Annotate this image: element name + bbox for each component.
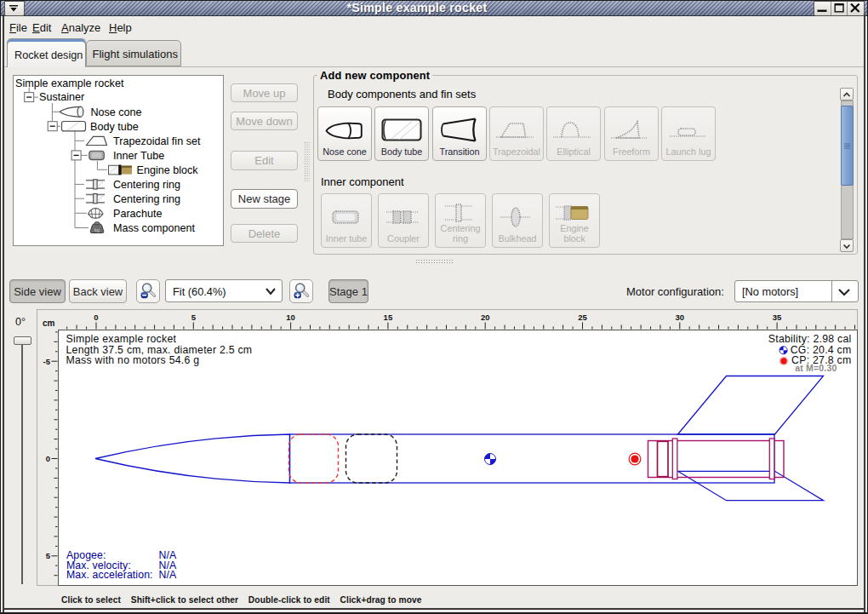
svg-text:Simple example rocket: Simple example rocket [66, 333, 177, 345]
svg-text:Body tube: Body tube [90, 121, 139, 133]
svg-text:cm: cm [43, 318, 55, 328]
svg-text:Max. acceleration:: Max. acceleration: [66, 569, 153, 581]
svg-text:-5: -5 [43, 357, 51, 366]
svg-text:kg: kg [94, 227, 100, 232]
svg-text:Sustainer: Sustainer [39, 91, 84, 103]
svg-text:5: 5 [191, 313, 197, 322]
svg-text:10: 10 [286, 313, 295, 322]
svg-text:0: 0 [94, 313, 98, 322]
svg-text:20: 20 [481, 313, 490, 322]
svg-text:at M=0.30: at M=0.30 [795, 363, 837, 373]
svg-text:35: 35 [773, 313, 782, 322]
svg-text:15: 15 [384, 313, 393, 322]
svg-text:Mass component: Mass component [113, 222, 195, 234]
svg-text:0: 0 [46, 454, 50, 463]
svg-text:Centering ring: Centering ring [113, 193, 180, 205]
svg-text:Centering ring: Centering ring [113, 179, 180, 191]
svg-text:25: 25 [578, 313, 587, 322]
svg-text:Stability: 2.98 cal: Stability: 2.98 cal [768, 333, 852, 345]
svg-text:Inner Tube: Inner Tube [113, 150, 164, 162]
svg-text:Parachute: Parachute [113, 208, 162, 220]
svg-text:N/A: N/A [159, 569, 177, 581]
svg-text:Nose cone: Nose cone [90, 106, 141, 118]
svg-text:Trapezoidal fin set: Trapezoidal fin set [113, 135, 201, 147]
svg-text:Simple example rocket: Simple example rocket [15, 77, 124, 89]
svg-text:Engine block: Engine block [137, 164, 199, 176]
svg-text:30: 30 [676, 313, 685, 322]
svg-text:5: 5 [46, 551, 51, 560]
svg-text:Mass with no motors 54.6 g: Mass with no motors 54.6 g [66, 354, 200, 366]
